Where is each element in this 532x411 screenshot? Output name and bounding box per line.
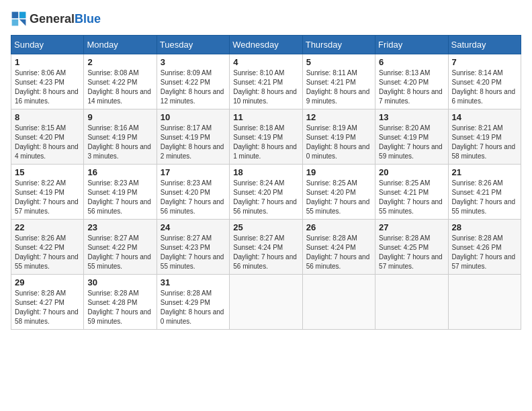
day-info: Sunrise: 8:25 AMSunset: 4:21 PMDaylight:… (379, 179, 443, 215)
calendar-week-row: 1Sunrise: 8:06 AMSunset: 4:23 PMDaylight… (11, 54, 521, 109)
day-info: Sunrise: 8:16 AMSunset: 4:19 PMDaylight:… (87, 124, 151, 160)
calendar-cell: 17Sunrise: 8:23 AMSunset: 4:20 PMDayligh… (157, 165, 229, 220)
day-number: 9 (87, 112, 152, 122)
calendar-table: SundayMondayTuesdayWednesdayThursdayFrid… (11, 35, 521, 330)
calendar-header-monday: Monday (84, 36, 157, 54)
calendar-header-wednesday: Wednesday (230, 36, 302, 54)
day-info: Sunrise: 8:28 AMSunset: 4:24 PMDaylight:… (306, 234, 370, 270)
day-info: Sunrise: 8:21 AMSunset: 4:19 PMDaylight:… (452, 124, 516, 160)
calendar-cell: 20Sunrise: 8:25 AMSunset: 4:21 PMDayligh… (375, 165, 448, 220)
calendar-cell: 12Sunrise: 8:19 AMSunset: 4:19 PMDayligh… (302, 109, 375, 165)
calendar-cell: 31Sunrise: 8:28 AMSunset: 4:29 PMDayligh… (157, 275, 229, 330)
day-info: Sunrise: 8:26 AMSunset: 4:22 PMDaylight:… (15, 234, 79, 270)
day-info: Sunrise: 8:11 AMSunset: 4:21 PMDaylight:… (306, 69, 370, 105)
day-number: 4 (233, 57, 298, 67)
page-header: GeneralBlue (11, 11, 521, 27)
day-info: Sunrise: 8:27 AMSunset: 4:24 PMDaylight:… (233, 234, 297, 270)
calendar-cell: 7Sunrise: 8:14 AMSunset: 4:20 PMDaylight… (448, 54, 521, 109)
day-info: Sunrise: 8:28 AMSunset: 4:27 PMDaylight:… (15, 289, 79, 325)
calendar-header-tuesday: Tuesday (157, 36, 229, 54)
day-info: Sunrise: 8:25 AMSunset: 4:20 PMDaylight:… (306, 179, 370, 215)
day-info: Sunrise: 8:10 AMSunset: 4:21 PMDaylight:… (233, 69, 297, 105)
calendar-header-friday: Friday (375, 36, 448, 54)
calendar-cell: 16Sunrise: 8:23 AMSunset: 4:19 PMDayligh… (84, 165, 157, 220)
calendar-cell: 19Sunrise: 8:25 AMSunset: 4:20 PMDayligh… (302, 165, 375, 220)
day-info: Sunrise: 8:17 AMSunset: 4:19 PMDaylight:… (161, 124, 224, 160)
day-number: 29 (15, 277, 80, 287)
day-number: 26 (306, 222, 371, 232)
day-number: 6 (379, 57, 444, 67)
calendar-cell: 29Sunrise: 8:28 AMSunset: 4:27 PMDayligh… (11, 275, 84, 330)
day-info: Sunrise: 8:20 AMSunset: 4:19 PMDaylight:… (379, 124, 443, 160)
day-number: 3 (161, 57, 226, 67)
day-number: 5 (306, 57, 371, 67)
calendar-cell: 11Sunrise: 8:18 AMSunset: 4:19 PMDayligh… (230, 109, 302, 165)
day-number: 25 (233, 222, 298, 232)
calendar-cell: 10Sunrise: 8:17 AMSunset: 4:19 PMDayligh… (157, 109, 229, 165)
day-info: Sunrise: 8:09 AMSunset: 4:22 PMDaylight:… (161, 69, 224, 105)
calendar-cell: 27Sunrise: 8:28 AMSunset: 4:25 PMDayligh… (375, 220, 448, 275)
calendar-cell: 9Sunrise: 8:16 AMSunset: 4:19 PMDaylight… (84, 109, 157, 165)
svg-rect-0 (12, 12, 19, 19)
calendar-cell: 25Sunrise: 8:27 AMSunset: 4:24 PMDayligh… (230, 220, 302, 275)
calendar-cell: 30Sunrise: 8:28 AMSunset: 4:28 PMDayligh… (84, 275, 157, 330)
calendar-cell: 4Sunrise: 8:10 AMSunset: 4:21 PMDaylight… (230, 54, 302, 109)
day-info: Sunrise: 8:06 AMSunset: 4:23 PMDaylight:… (15, 69, 79, 105)
day-info: Sunrise: 8:22 AMSunset: 4:19 PMDaylight:… (15, 179, 79, 215)
svg-rect-1 (19, 12, 26, 19)
calendar-cell: 28Sunrise: 8:28 AMSunset: 4:26 PMDayligh… (448, 220, 521, 275)
logo-icon (11, 11, 27, 27)
logo: GeneralBlue (11, 11, 101, 27)
day-number: 18 (233, 167, 298, 177)
day-number: 21 (452, 167, 517, 177)
calendar-cell: 23Sunrise: 8:27 AMSunset: 4:22 PMDayligh… (84, 220, 157, 275)
day-info: Sunrise: 8:24 AMSunset: 4:20 PMDaylight:… (233, 179, 297, 215)
day-number: 1 (15, 57, 80, 67)
calendar-cell: 15Sunrise: 8:22 AMSunset: 4:19 PMDayligh… (11, 165, 84, 220)
calendar-cell (375, 275, 448, 330)
day-info: Sunrise: 8:15 AMSunset: 4:20 PMDaylight:… (15, 124, 79, 160)
day-info: Sunrise: 8:19 AMSunset: 4:19 PMDaylight:… (306, 124, 370, 160)
svg-marker-3 (19, 19, 26, 26)
day-info: Sunrise: 8:18 AMSunset: 4:19 PMDaylight:… (233, 124, 297, 160)
calendar-cell: 26Sunrise: 8:28 AMSunset: 4:24 PMDayligh… (302, 220, 375, 275)
calendar-cell: 24Sunrise: 8:27 AMSunset: 4:23 PMDayligh… (157, 220, 229, 275)
day-info: Sunrise: 8:28 AMSunset: 4:29 PMDaylight:… (161, 289, 224, 325)
calendar-cell: 2Sunrise: 8:08 AMSunset: 4:22 PMDaylight… (84, 54, 157, 109)
day-info: Sunrise: 8:08 AMSunset: 4:22 PMDaylight:… (87, 69, 151, 105)
calendar-cell: 5Sunrise: 8:11 AMSunset: 4:21 PMDaylight… (302, 54, 375, 109)
calendar-cell (448, 275, 521, 330)
day-number: 2 (87, 57, 152, 67)
day-info: Sunrise: 8:28 AMSunset: 4:25 PMDaylight:… (379, 234, 443, 270)
day-info: Sunrise: 8:23 AMSunset: 4:19 PMDaylight:… (87, 179, 151, 215)
day-info: Sunrise: 8:26 AMSunset: 4:21 PMDaylight:… (452, 179, 516, 215)
calendar-week-row: 29Sunrise: 8:28 AMSunset: 4:27 PMDayligh… (11, 275, 521, 330)
day-info: Sunrise: 8:27 AMSunset: 4:23 PMDaylight:… (161, 234, 224, 270)
day-number: 20 (379, 167, 444, 177)
day-number: 27 (379, 222, 444, 232)
day-number: 13 (379, 112, 444, 122)
day-number: 31 (161, 277, 226, 287)
day-number: 16 (87, 167, 152, 177)
day-number: 22 (15, 222, 80, 232)
day-info: Sunrise: 8:27 AMSunset: 4:22 PMDaylight:… (87, 234, 151, 270)
day-number: 23 (87, 222, 152, 232)
svg-rect-2 (12, 19, 19, 26)
calendar-week-row: 8Sunrise: 8:15 AMSunset: 4:20 PMDaylight… (11, 109, 521, 165)
day-info: Sunrise: 8:28 AMSunset: 4:28 PMDaylight:… (87, 289, 151, 325)
calendar-cell: 1Sunrise: 8:06 AMSunset: 4:23 PMDaylight… (11, 54, 84, 109)
day-info: Sunrise: 8:14 AMSunset: 4:20 PMDaylight:… (452, 69, 516, 105)
day-number: 30 (87, 277, 152, 287)
day-info: Sunrise: 8:23 AMSunset: 4:20 PMDaylight:… (161, 179, 224, 215)
calendar-cell: 6Sunrise: 8:13 AMSunset: 4:20 PMDaylight… (375, 54, 448, 109)
calendar-cell: 13Sunrise: 8:20 AMSunset: 4:19 PMDayligh… (375, 109, 448, 165)
calendar-cell (230, 275, 302, 330)
day-number: 14 (452, 112, 517, 122)
logo-general-text: General (30, 12, 75, 26)
day-number: 19 (306, 167, 371, 177)
day-number: 12 (306, 112, 371, 122)
day-number: 10 (161, 112, 226, 122)
calendar-cell: 18Sunrise: 8:24 AMSunset: 4:20 PMDayligh… (230, 165, 302, 220)
calendar-header-saturday: Saturday (448, 36, 521, 54)
calendar-cell: 3Sunrise: 8:09 AMSunset: 4:22 PMDaylight… (157, 54, 229, 109)
